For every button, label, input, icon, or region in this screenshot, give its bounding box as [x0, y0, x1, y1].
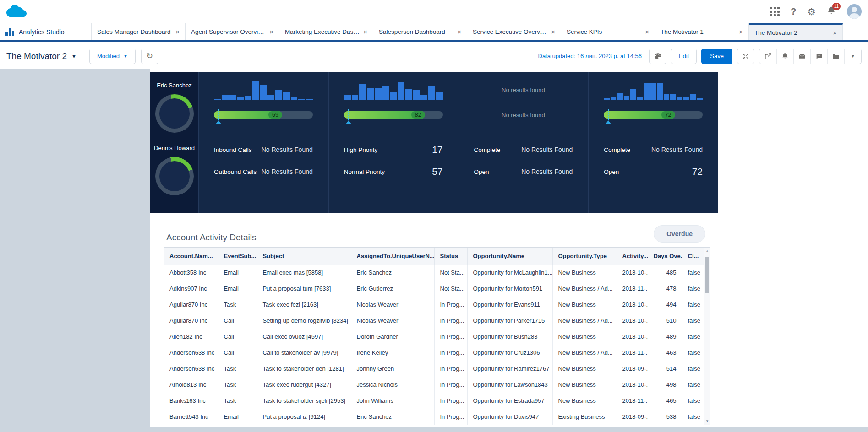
slider-value: 72 [661, 111, 675, 119]
cell-activity-date: 2018-10-... [617, 297, 648, 313]
email-button[interactable] [793, 49, 810, 64]
tab-label: Marketing Executive Dashb... [285, 28, 360, 35]
kpi-column-complete-open: No results found No results found Comple… [459, 72, 589, 213]
table-row[interactable]: Aguilar870 IncCallSetting up demo rogzif… [164, 313, 704, 329]
share-button[interactable] [759, 49, 776, 64]
tab-label: Service Executive Overview [473, 28, 547, 35]
close-tab-icon[interactable]: × [172, 28, 180, 36]
slider-handle-icon[interactable] [608, 109, 609, 120]
slider-handle-icon[interactable] [348, 109, 349, 120]
agent-name[interactable]: Dennis Howard [150, 145, 198, 151]
scrollbar-thumb[interactable] [705, 257, 709, 293]
cell-assigned-to: Eric Gutierrez [351, 281, 434, 297]
agent-name[interactable]: Eric Sanchez [150, 82, 198, 89]
title-caret-down-icon[interactable]: ▼ [71, 54, 76, 59]
table-row[interactable]: Allen182 IncCallCall exec ovuoz [4597]Do… [164, 329, 704, 345]
scroll-down-icon[interactable]: ▼ [704, 419, 710, 423]
edit-button[interactable]: Edit [671, 49, 697, 64]
tab-marketing-executive-dashb[interactable]: Marketing Executive Dashb...× [279, 23, 373, 40]
app-launcher-icon[interactable] [770, 7, 780, 16]
cell-days-overdue: 463 [648, 345, 682, 361]
close-tab-icon[interactable]: × [547, 28, 555, 36]
histogram-bar [291, 97, 298, 100]
tab-the-motivator-2[interactable]: The Motivator 2× [749, 23, 843, 40]
histogram-bar [657, 83, 663, 100]
column-header-subject[interactable]: Subject [257, 248, 351, 265]
palette-icon [654, 52, 662, 60]
slider-handle-icon[interactable] [218, 109, 219, 120]
close-tab-icon[interactable]: × [266, 28, 273, 36]
cell-activity-date: 2018-11-... [617, 345, 648, 361]
target-slider[interactable]: 72 [604, 111, 703, 119]
cell-event-subtype: Email [218, 409, 257, 425]
close-tab-icon[interactable]: × [829, 29, 837, 37]
column-header-opportunity-type[interactable]: Opportunity.Type [552, 248, 617, 265]
close-tab-icon[interactable]: × [641, 28, 649, 36]
table-row[interactable]: Anderson638 IncCallCall to stakeholder a… [164, 345, 704, 361]
tab-salesperson-dashboard[interactable]: Salesperson Dashboard× [373, 23, 467, 40]
close-tab-icon[interactable]: × [453, 28, 461, 36]
table-row[interactable]: Adkins907 IncEmailPut a proposal tum [76… [164, 281, 704, 297]
table-scrollbar[interactable]: ▲ ▼ [704, 248, 710, 425]
column-header-event-subtype[interactable]: EventSub... [218, 248, 257, 265]
dashboard-toolbar: The Motivator 2 ▼ Modified ▼ ↻ Data upda… [0, 43, 868, 69]
subscribe-button[interactable] [776, 49, 793, 64]
column-header-activity-date[interactable]: Activity... [617, 248, 648, 265]
cell-opportunity-name: Opportunity for Lawson1843 [467, 377, 552, 393]
notifications-bell-icon[interactable]: 11 [827, 6, 836, 17]
table-header-row: Account.Nam...EventSub...SubjectAssigned… [164, 248, 704, 265]
table-row[interactable]: Abbott358 IncEmailEmail exec mas [5858]E… [164, 265, 704, 281]
table-row[interactable]: Arnold813 IncTaskTask exec rudergut [432… [164, 377, 704, 393]
modified-state-button[interactable]: Modified ▼ [89, 49, 136, 64]
column-header-opportunity-name[interactable]: Opportunity.Name [467, 248, 552, 265]
tab-label: Agent Supervisor Overview [191, 28, 266, 35]
tab-the-motivator-1[interactable]: The Motivator 1× [655, 23, 749, 40]
metric-value: 57 [432, 166, 442, 177]
column-header-closed[interactable]: Cl... [682, 248, 704, 265]
table-row[interactable]: Banks163 IncTaskTask to stakeholder sije… [164, 393, 704, 409]
refresh-button[interactable]: ↻ [141, 49, 158, 64]
annotations-button[interactable] [810, 49, 827, 64]
agent-kpi-panel: Eric Sanchez Dennis Howard 69 Inbound Ca… [150, 72, 718, 213]
target-slider[interactable]: 82 [344, 111, 443, 119]
cell-event-subtype: Email [218, 281, 257, 297]
save-button[interactable]: Save [701, 49, 732, 64]
close-tab-icon[interactable]: × [360, 28, 367, 36]
histogram-bar [420, 95, 427, 100]
scroll-up-icon[interactable]: ▲ [704, 249, 710, 253]
metric-row: Complete No Results Found [474, 143, 573, 156]
global-header: ? ⚙ 11 [0, 0, 868, 23]
theme-palette-button[interactable] [649, 49, 666, 64]
tab-sales-manager-dashboard[interactable]: Sales Manager Dashboard× [92, 23, 186, 40]
cell-event-subtype: Call [218, 329, 257, 345]
column-header-account-name[interactable]: Account.Nam... [164, 248, 218, 265]
target-slider[interactable]: 69 [214, 111, 313, 119]
table-row[interactable]: Aguilar870 IncTaskTask exec fezi [2163]N… [164, 297, 704, 313]
close-tab-icon[interactable]: × [735, 28, 743, 36]
column-header-status[interactable]: Status [434, 248, 467, 265]
cell-days-overdue: 489 [648, 329, 682, 345]
cell-opportunity-name: Opportunity for Davis947 [467, 409, 552, 425]
cell-subject: Email exec mas [5858] [257, 265, 351, 281]
tab-label: The Motivator 2 [754, 29, 797, 36]
table-row[interactable]: Anderson638 IncTaskTask to stakeholder d… [164, 361, 704, 377]
more-actions-button[interactable]: ▼ [844, 49, 861, 64]
cell-opportunity-name: Opportunity for McLaughlin1... [467, 265, 552, 281]
tab-analytics-studio[interactable]: Analytics Studio [0, 23, 92, 40]
slider-value: 69 [268, 111, 282, 119]
cell-account-name: Banks163 Inc [164, 393, 218, 409]
cell-days-overdue: 465 [648, 393, 682, 409]
tab-service-executive-overview[interactable]: Service Executive Overview× [467, 23, 561, 40]
user-avatar[interactable] [847, 4, 862, 19]
table-row[interactable]: Barnett543 IncEmailPut a proposal iz [91… [164, 409, 704, 425]
column-header-days-overdue[interactable]: Days Ove... [648, 248, 682, 265]
tab-service-kpis[interactable]: Service KPIs× [561, 23, 655, 40]
tab-agent-supervisor-overview[interactable]: Agent Supervisor Overview× [186, 23, 279, 40]
setup-gear-icon[interactable]: ⚙ [807, 7, 816, 16]
cell-closed: false [682, 409, 704, 425]
move-to-folder-button[interactable] [827, 49, 844, 64]
column-header-assigned-to[interactable]: AssignedTo.UniqueUserN... [351, 248, 434, 265]
fullscreen-button[interactable] [737, 49, 754, 64]
overdue-filter-button[interactable]: Overdue [654, 225, 705, 243]
help-icon[interactable]: ? [791, 6, 796, 17]
